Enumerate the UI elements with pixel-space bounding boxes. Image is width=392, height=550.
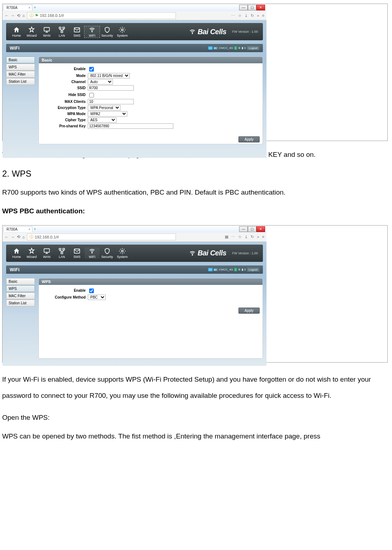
nav-wan[interactable]: WAN bbox=[39, 247, 54, 259]
doc-paragraph: WPS can be opened by two methods. The fi… bbox=[2, 431, 388, 442]
svg-point-7 bbox=[192, 33, 193, 34]
sidebar-item-station-list[interactable]: Station List bbox=[6, 300, 35, 306]
nav-reload-icon[interactable]: ⟲ bbox=[17, 13, 20, 18]
nav-sms[interactable]: SMS bbox=[69, 247, 85, 259]
fw-version: FW Version : 1.00 bbox=[232, 251, 258, 255]
svg-rect-0 bbox=[44, 27, 50, 31]
nav-back-icon[interactable]: ← bbox=[5, 235, 9, 239]
new-tab-button[interactable]: + bbox=[34, 227, 36, 232]
sidebar-item-basic[interactable]: Basic bbox=[6, 278, 35, 285]
nav-sms[interactable]: SMS bbox=[69, 26, 85, 37]
window-close-button[interactable]: ✕ bbox=[256, 226, 265, 232]
window-maximize-button[interactable]: ▢ bbox=[248, 226, 256, 232]
label-encryption: Encryption Type bbox=[42, 106, 88, 110]
globe-icon: ⊕ bbox=[238, 46, 241, 50]
window-titlebar: R700A × + — ▢ ✕ bbox=[3, 226, 266, 233]
mode-select[interactable]: 802.11 B/G/N mixed bbox=[88, 73, 130, 78]
close-icon[interactable]: × bbox=[28, 227, 31, 231]
cipher-select[interactable]: AES bbox=[88, 117, 117, 123]
nav-lan[interactable]: LAN bbox=[54, 247, 69, 259]
encryption-select[interactable]: WPA Personal bbox=[88, 105, 120, 110]
monitor-icon bbox=[43, 247, 50, 255]
window-minimize-button[interactable]: — bbox=[239, 226, 248, 232]
nav-reload-icon[interactable]: ⟲ bbox=[17, 235, 20, 239]
label-channel: Channel bbox=[42, 80, 88, 84]
address-bar[interactable]: ⓘ ⚑ 192.168.0.1/# bbox=[27, 12, 176, 19]
address-bar[interactable]: ⓘ 192.168.0.1/# bbox=[27, 233, 176, 240]
sidebar-item-station-list[interactable]: Station List bbox=[6, 78, 35, 85]
brand-logo: Bai Cells bbox=[197, 249, 226, 257]
nav-home[interactable]: Home bbox=[9, 26, 24, 37]
nav-wizard[interactable]: Wizard bbox=[24, 247, 39, 259]
download-icon[interactable]: ⤓ bbox=[245, 235, 248, 239]
nav-security[interactable]: Security bbox=[100, 26, 115, 37]
nav-wan[interactable]: WAN bbox=[39, 26, 54, 37]
library-icon[interactable]: ↻ bbox=[251, 13, 254, 18]
nav-system[interactable]: System bbox=[115, 247, 130, 259]
nav-home-icon[interactable]: ⌂ bbox=[22, 13, 25, 18]
window-close-button[interactable]: ✕ bbox=[256, 5, 265, 10]
enable-checkbox[interactable] bbox=[89, 67, 94, 72]
svg-point-15 bbox=[192, 255, 193, 255]
overflow-icon[interactable]: » bbox=[257, 13, 259, 18]
channel-select[interactable]: Auto bbox=[88, 79, 113, 85]
nav-wifi[interactable]: WiFi bbox=[85, 26, 100, 37]
signal-count: 0 bbox=[244, 268, 246, 271]
logout-button[interactable]: Logout bbox=[247, 46, 259, 50]
nav-security[interactable]: Security bbox=[100, 247, 115, 259]
qr-icon[interactable]: ▦ bbox=[225, 235, 228, 239]
brand-logo: Bai Cells bbox=[197, 28, 226, 36]
label-enable: Enable bbox=[42, 288, 88, 292]
browser-tab[interactable]: R700A × bbox=[3, 5, 32, 10]
nav-home[interactable]: Home bbox=[9, 247, 24, 259]
apply-button[interactable]: Apply bbox=[238, 308, 260, 314]
sidebar-item-wps[interactable]: WPS bbox=[6, 285, 35, 292]
max-clients-input[interactable] bbox=[88, 99, 134, 104]
library-icon[interactable]: ↻ bbox=[251, 235, 254, 239]
sidebar-item-basic[interactable]: Basic bbox=[6, 56, 35, 63]
apply-button[interactable]: Apply bbox=[238, 136, 260, 142]
fw-version: FW Version : 1.00 bbox=[232, 30, 258, 33]
overflow-icon[interactable]: » bbox=[257, 235, 259, 239]
sidebar-item-wps[interactable]: WPS bbox=[6, 64, 35, 71]
configure-method-select[interactable]: PBC bbox=[88, 295, 106, 300]
reader-icon[interactable]: ⋯ bbox=[231, 235, 235, 239]
sim-icon: ▭ bbox=[208, 46, 213, 50]
star-icon[interactable]: ☆ bbox=[238, 235, 242, 239]
label-cipher: Cipher Type bbox=[42, 118, 88, 122]
gear-icon bbox=[119, 26, 126, 33]
sidebar-item-mac-filter[interactable]: MAC Filter bbox=[6, 71, 35, 78]
section-header: WiFi ▭ ▮▮▯ CMCC_4G ▯ ⊕ ▮ 0 Logout bbox=[6, 44, 263, 52]
browser-tab[interactable]: R700A × bbox=[3, 226, 32, 232]
logout-button[interactable]: Logout bbox=[247, 268, 259, 272]
doc-paragraph: R700 supports two kinds of WPS authentic… bbox=[2, 187, 388, 198]
wps-enable-checkbox[interactable] bbox=[89, 288, 94, 293]
wpa-mode-select[interactable]: WPA2 bbox=[88, 111, 127, 117]
menu-icon[interactable]: ≡ bbox=[262, 235, 264, 239]
nav-wizard[interactable]: Wizard bbox=[24, 26, 39, 37]
ssid-input[interactable] bbox=[88, 85, 134, 91]
nav-forward-icon[interactable]: → bbox=[11, 235, 15, 239]
hide-ssid-checkbox[interactable] bbox=[89, 93, 94, 97]
sidebar-item-mac-filter[interactable]: MAC Filter bbox=[6, 292, 35, 299]
psk-input[interactable] bbox=[88, 123, 173, 129]
nav-home-icon[interactable]: ⌂ bbox=[22, 235, 25, 239]
window-minimize-button[interactable]: — bbox=[239, 5, 248, 10]
browser-toolbar: ← → ⟲ ⌂ ⓘ 192.168.0.1/# ▦ ⋯ ☆ ⤓ ↻ » ≡ bbox=[3, 233, 266, 242]
nav-system[interactable]: System bbox=[115, 26, 130, 37]
nav-back-icon[interactable]: ← bbox=[5, 13, 9, 18]
star-icon[interactable]: ☆ bbox=[238, 13, 242, 18]
menu-icon[interactable]: ≡ bbox=[262, 13, 264, 18]
nav-lan[interactable]: LAN bbox=[54, 26, 69, 37]
nav-wifi[interactable]: WiFi bbox=[85, 247, 100, 259]
4g-badge: ▯ bbox=[234, 46, 237, 50]
nav-forward-icon[interactable]: → bbox=[11, 13, 15, 18]
new-tab-button[interactable]: + bbox=[34, 5, 36, 10]
close-icon[interactable]: × bbox=[28, 6, 31, 10]
download-icon[interactable]: ⤓ bbox=[245, 13, 248, 18]
status-bar: ▭ ▮▮▯ CMCC_4G ▯ ⊕ ▮ 0 Logout bbox=[208, 46, 259, 50]
doc-paragraph: Open the WPS: bbox=[2, 413, 388, 423]
svg-point-14 bbox=[122, 250, 123, 252]
reader-icon[interactable]: ⋯ bbox=[231, 13, 235, 18]
window-maximize-button[interactable]: ▢ bbox=[248, 5, 256, 10]
